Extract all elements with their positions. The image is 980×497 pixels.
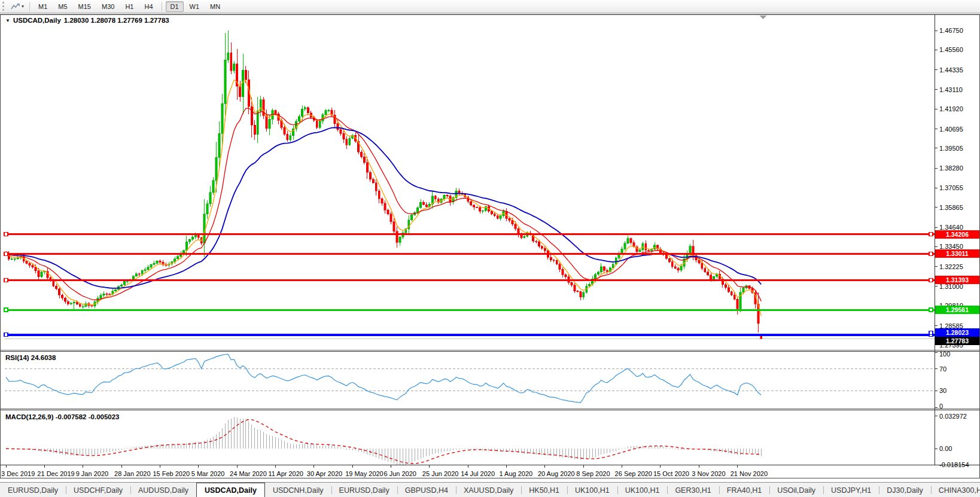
svg-text:3 Nov 2020: 3 Nov 2020 (692, 470, 725, 477)
candles-layer (5, 31, 762, 339)
symbol-tab-usdchf-daily[interactable]: USDCHF,Daily (66, 483, 130, 497)
svg-text:1.44335: 1.44335 (939, 66, 963, 74)
timeframe-button-M30[interactable]: M30 (97, 1, 119, 12)
svg-text:1.28585: 1.28585 (939, 322, 963, 330)
symbol-tab-eurusd-daily[interactable]: EURUSD,Daily (0, 483, 66, 497)
rsi-label: RSI(14) 24.6038 (5, 354, 56, 361)
price-chart[interactable]: 1.467501.455601.443351.431101.419201.406… (0, 13, 980, 478)
symbol-tab-audusd-daily[interactable]: AUDUSD,Daily (130, 483, 196, 497)
symbol-tab-uk100-h1[interactable]: UK100,H1 (617, 483, 668, 497)
svg-text:1.34206: 1.34206 (946, 231, 969, 238)
svg-text:1.45560: 1.45560 (939, 46, 963, 53)
svg-text:1.28023: 1.28023 (946, 329, 969, 336)
symbol-tab-usdcnh-daily[interactable]: USDCNH,Daily (265, 483, 331, 497)
timeframe-button-H1[interactable]: H1 (120, 1, 138, 12)
svg-text:15 Oct 2020: 15 Oct 2020 (653, 470, 689, 477)
svg-text:21 Dec 2019: 21 Dec 2019 (37, 470, 74, 477)
svg-text:1.37055: 1.37055 (939, 184, 963, 191)
svg-text:1.31393: 1.31393 (946, 276, 969, 283)
svg-text:1.46750: 1.46750 (939, 27, 963, 34)
toolbar-separator (162, 2, 162, 11)
chart-tool-caret-icon[interactable]: ▾ (22, 4, 24, 9)
svg-text:1.39505: 1.39505 (939, 145, 963, 152)
rsi-panel (5, 354, 935, 403)
symbol-tab-xauusd-daily[interactable]: XAUUSD,Daily (456, 483, 521, 497)
macd-signal (6, 420, 761, 464)
collapse-icon[interactable]: ▼ (5, 18, 10, 23)
timeframe-button-W1[interactable]: W1 (185, 1, 205, 12)
svg-text:3 Dec 2019: 3 Dec 2019 (1, 470, 35, 477)
svg-text:24 Mar 2020: 24 Mar 2020 (230, 470, 267, 477)
symbol-tab-ger30-h1[interactable]: GER30,H1 (667, 483, 719, 497)
ma-line-13 (6, 108, 761, 301)
svg-text:11 Apr 2020: 11 Apr 2020 (268, 470, 303, 477)
symbol-tab-eurusd-daily[interactable]: EURUSD,Daily (331, 483, 397, 497)
svg-text:-0.018154: -0.018154 (939, 461, 969, 468)
svg-text:20 Aug 2020: 20 Aug 2020 (538, 470, 575, 477)
chart-tool-icon[interactable] (11, 2, 20, 11)
svg-text:1.40695: 1.40695 (939, 126, 963, 133)
svg-text:6 Jun 2020: 6 Jun 2020 (384, 470, 416, 477)
svg-text:1.33450: 1.33450 (939, 243, 963, 250)
toolbar-separator (29, 2, 30, 11)
svg-text:15 Feb 2020: 15 Feb 2020 (153, 470, 190, 477)
macd-panel (6, 417, 761, 465)
timeframe-button-M15[interactable]: M15 (74, 1, 96, 12)
symbol-tab-usoil-daily[interactable]: USOil,Daily (769, 483, 823, 497)
svg-text:1.29561: 1.29561 (946, 306, 969, 313)
svg-text:8 Sep 2020: 8 Sep 2020 (576, 470, 610, 477)
timeframe-button-group: M1M5M15M30H1H4D1W1MN (33, 1, 226, 12)
symbol-tab-fra40-h1[interactable]: FRA40,H1 (719, 483, 769, 497)
svg-text:1.32225: 1.32225 (939, 263, 963, 270)
timeframe-button-H4[interactable]: H4 (139, 1, 157, 12)
toolbar-drag-handle[interactable] (2, 2, 7, 11)
chart-symbol-label: USDCAD,Daily (13, 17, 61, 24)
timeframe-button-MN[interactable]: MN (205, 1, 225, 12)
svg-text:5 Mar 2020: 5 Mar 2020 (191, 470, 225, 477)
symbol-tab-china300-h1[interactable]: CHINA300,H1 (931, 483, 980, 497)
chart-title: ▼ USDCAD,Daily 1.28030 1.28078 1.27769 1… (5, 17, 169, 24)
svg-text:0.00: 0.00 (939, 445, 952, 452)
symbol-tab-uk100-h1[interactable]: UK100,H1 (567, 483, 617, 497)
svg-text:0: 0 (939, 403, 943, 410)
svg-text:19 May 2020: 19 May 2020 (345, 470, 384, 477)
macd-label: MACD(12,26,9) -0.007582 -0.005023 (5, 413, 120, 420)
timeframe-button-M5[interactable]: M5 (53, 1, 72, 12)
timeframe-button-D1[interactable]: D1 (166, 1, 184, 12)
svg-text:1 Aug 2020: 1 Aug 2020 (500, 470, 533, 477)
svg-text:1.43110: 1.43110 (939, 86, 963, 93)
level-lines-layer (4, 233, 935, 337)
chart-window: 1.467501.455601.443351.431101.419201.406… (0, 13, 980, 478)
svg-text:100: 100 (939, 350, 950, 358)
svg-text:30 Apr 2020: 30 Apr 2020 (307, 470, 342, 477)
borders-layer (0, 13, 980, 478)
svg-text:21 Nov 2020: 21 Nov 2020 (731, 470, 768, 477)
svg-text:0.032972: 0.032972 (939, 413, 967, 420)
svg-text:25 Jun 2020: 25 Jun 2020 (422, 470, 459, 477)
symbol-tab-usdcad-daily[interactable]: USDCAD,Daily (196, 483, 265, 497)
svg-text:1.33011: 1.33011 (946, 250, 969, 257)
timeframe-button-M1[interactable]: M1 (34, 1, 52, 12)
svg-text:9 Jan 2020: 9 Jan 2020 (76, 470, 108, 477)
svg-text:30: 30 (939, 387, 946, 394)
svg-text:1.38280: 1.38280 (939, 164, 963, 172)
date-axis: 3 Dec 201921 Dec 20199 Jan 202028 Jan 20… (1, 465, 768, 477)
svg-text:1.35865: 1.35865 (939, 204, 963, 211)
symbol-tab-dj30-daily[interactable]: DJ30,Daily (879, 483, 930, 497)
chart-shift-marker-icon (759, 16, 766, 19)
symbol-tab-bar: EURUSD,DailyUSDCHF,DailyAUDUSD,DailyUSDC… (0, 482, 980, 497)
svg-text:70: 70 (939, 365, 946, 373)
toolbar: ▾ M1M5M15M30H1H4D1W1MN (0, 0, 980, 13)
svg-text:1.41920: 1.41920 (939, 105, 963, 112)
svg-text:26 Sep 2020: 26 Sep 2020 (615, 470, 652, 477)
svg-text:1.34640: 1.34640 (939, 224, 963, 231)
symbol-tab-gbpusd-h4[interactable]: GBPUSD,H4 (397, 483, 456, 497)
price-axis: 1.467501.455601.443351.431101.419201.406… (935, 27, 969, 468)
symbol-tab-hk50-h1[interactable]: HK50,H1 (521, 483, 567, 497)
ma-line-34 (6, 127, 761, 288)
chart-ohlc-values: 1.28030 1.28078 1.27769 1.27783 (64, 17, 169, 24)
svg-text:1.27783: 1.27783 (946, 337, 969, 344)
symbol-tab-usdjpy-h1[interactable]: USDJPY,H1 (823, 483, 879, 497)
svg-text:28 Jan 2020: 28 Jan 2020 (114, 470, 151, 477)
svg-text:14 Jul 2020: 14 Jul 2020 (461, 470, 495, 477)
